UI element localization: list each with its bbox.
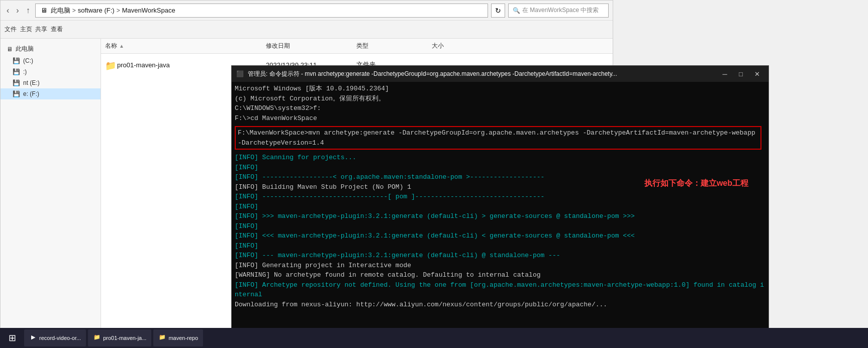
explorer-toolbar: 文件 主页 共享 查看 xyxy=(1,21,613,39)
cmd-body[interactable]: Microsoft Windows [版本 10.0.19045.2364] (… xyxy=(232,82,768,346)
cmd-titlebar: ⬛ 管理员: 命令提示符 - mvn archetype:generate -D… xyxy=(232,66,768,82)
info-line-11: [INFO] --- maven-archetype-plugin:3.2.1:… xyxy=(235,251,765,261)
left-panel-icon: 🖥 xyxy=(7,46,13,53)
maximize-button[interactable]: □ xyxy=(733,68,748,79)
explorer-titlebar: ‹ › ↑ 🖥 此电脑 > software (F:) > MavenWorkS… xyxy=(1,1,613,21)
info-line-2: [INFO] xyxy=(235,163,765,173)
taskbar-label-record: record-video-or... xyxy=(39,335,81,341)
taskbar-label-maven: maven-repo xyxy=(168,335,198,341)
cmd-title: 管理员: 命令提示符 - mvn archetype:generate -Dar… xyxy=(248,70,713,78)
taskbar-label-pro01: pro01-maven-ja... xyxy=(103,335,146,341)
taskbar-icon-maven: 📁 xyxy=(158,334,166,342)
cmd-line-1: Microsoft Windows [版本 10.0.19045.2364] xyxy=(235,84,765,94)
info-line-8: [INFO] xyxy=(235,221,765,231)
breadcrumb-software[interactable]: software (F:) xyxy=(78,7,115,14)
sort-arrow-name: ▲ xyxy=(119,43,124,49)
info-line-1: [INFO] Scanning for projects... xyxy=(235,153,765,163)
search-icon: 🔍 xyxy=(513,7,520,14)
left-panel-item[interactable]: 💾 nt (E:) xyxy=(1,77,101,88)
info-line-10: [INFO] xyxy=(235,241,765,251)
taskbar-btn-record[interactable]: ▶ record-video-or... xyxy=(24,329,86,346)
breadcrumb-folder[interactable]: MavenWorkSpace xyxy=(122,7,175,14)
cmd-controls: ─ □ ✕ xyxy=(717,68,764,79)
search-placeholder: 在 MavenWorkSpace 中搜索 xyxy=(522,6,599,15)
close-button[interactable]: ✕ xyxy=(749,68,764,79)
column-headers: 名称 ▲ 修改日期 类型 大小 xyxy=(101,39,613,54)
drive-label-4: e: (F:) xyxy=(23,90,39,97)
left-panel-label: 此电脑 xyxy=(16,45,34,53)
left-panel-item-selected[interactable]: 💾 e: (F:) xyxy=(1,88,101,99)
taskbar-icon-pro01: 📁 xyxy=(93,334,101,342)
left-panel-item[interactable]: 💾 :) xyxy=(1,66,101,77)
highlighted-command-block: F:\MavenWorkSpace>mvn archetype:generate… xyxy=(235,126,761,150)
minimize-button[interactable]: ─ xyxy=(717,68,732,79)
col-header-size[interactable]: 大小 xyxy=(428,42,488,50)
info-line-9: [INFO] <<< maven-archetype-plugin:3.2.1:… xyxy=(235,231,765,241)
drive-label: (C:) xyxy=(23,57,33,64)
drive-icon-3: 💾 xyxy=(13,79,20,86)
cmd-line-6: F:\>cd MavenWorkSpace xyxy=(235,113,765,124)
col-header-date[interactable]: 修改日期 xyxy=(262,42,352,50)
pc-icon: 🖥 xyxy=(40,6,49,15)
breadcrumb-sep-2: > xyxy=(117,7,120,14)
info-line-15: Downloading from nexus-aliyun: http://ww… xyxy=(235,300,765,310)
file-name: pro01-maven-java xyxy=(117,61,170,69)
up-button[interactable]: ↑ xyxy=(24,6,32,15)
drive-label-2: :) xyxy=(23,68,27,75)
toolbar-label: 文件 主页 共享 查看 xyxy=(5,25,63,34)
back-button[interactable]: ‹ xyxy=(5,6,11,15)
info-line-13: [WARNING] No archetype found in remote c… xyxy=(235,270,765,280)
drive-label-3: nt (E:) xyxy=(23,79,40,86)
taskbar-btn-maven[interactable]: 📁 maven-repo xyxy=(153,329,203,346)
cmd-line-2: (c) Microsoft Corporation。保留所有权利。 xyxy=(235,94,765,104)
annotation-text: 执行如下命令：建立web工程 xyxy=(644,177,748,189)
folder-icon: 📁 xyxy=(105,60,114,69)
left-panel: 🖥 此电脑 💾 (C:) 💾 :) 💾 nt (E:) 💾 e: (F:) xyxy=(1,39,101,347)
info-line-6: [INFO] xyxy=(235,202,765,212)
col-header-name[interactable]: 名称 ▲ xyxy=(101,42,262,50)
breadcrumb: 🖥 此电脑 > software (F:) > MavenWorkSpace xyxy=(35,4,488,18)
taskbar: ⊞ ▶ record-video-or... 📁 pro01-maven-ja.… xyxy=(0,328,868,348)
col-header-type[interactable]: 类型 xyxy=(352,42,428,50)
left-panel-item[interactable]: 💾 (C:) xyxy=(1,55,101,66)
info-line-5: [INFO] --------------------------------[… xyxy=(235,192,765,202)
cmd-icon: ⬛ xyxy=(236,70,244,78)
drive-icon-4: 💾 xyxy=(13,90,20,97)
info-line-7: [INFO] >>> maven-archetype-plugin:3.2.1:… xyxy=(235,211,765,221)
search-box[interactable]: 🔍 在 MavenWorkSpace 中搜索 xyxy=(508,4,609,18)
taskbar-btn-pro01[interactable]: 📁 pro01-maven-ja... xyxy=(88,329,151,346)
refresh-button[interactable]: ↻ xyxy=(491,4,505,18)
drive-icon: 💾 xyxy=(13,57,20,64)
highlighted-command: F:\MavenWorkSpace>mvn archetype:generate… xyxy=(238,129,759,147)
drive-icon-2: 💾 xyxy=(13,68,20,75)
taskbar-icon-record: ▶ xyxy=(29,334,37,342)
left-panel-item[interactable]: 🖥 此电脑 xyxy=(1,43,101,55)
forward-button[interactable]: › xyxy=(14,6,21,15)
breadcrumb-pc[interactable]: 此电脑 xyxy=(51,6,70,15)
breadcrumb-sep-1: > xyxy=(72,7,76,14)
info-line-12: [INFO] Generating project in Interactive… xyxy=(235,261,765,271)
cmd-window: ⬛ 管理员: 命令提示符 - mvn archetype:generate -D… xyxy=(231,65,769,346)
cmd-line-4: C:\WINDOWS\system32>f: xyxy=(235,103,765,113)
info-line-14: [INFO] Archetype repository not defined.… xyxy=(235,280,765,300)
start-button[interactable]: ⊞ xyxy=(2,329,22,347)
